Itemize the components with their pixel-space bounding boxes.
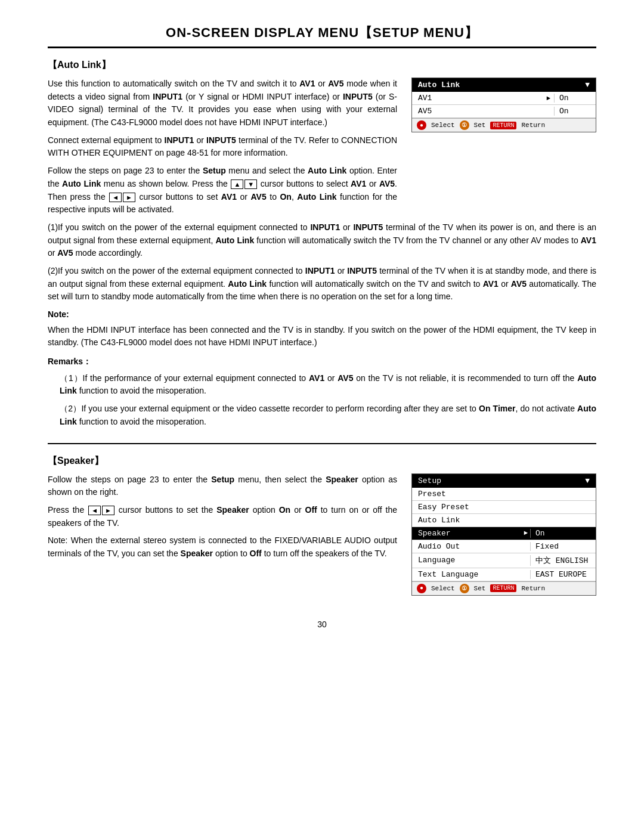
page-number: 30 [48, 620, 596, 629]
auto-link-menu-arrow: ▼ [585, 80, 590, 89]
auto-link-menu-header: Auto Link ▼ [412, 78, 596, 92]
auto-link-para5: (2)If you switch on the power of the ext… [48, 265, 596, 304]
auto-link-heading: 【Auto Link】 [48, 59, 596, 72]
auto-link-setup-row: Auto Link [412, 514, 596, 527]
return-btn: RETURN [490, 122, 516, 129]
auto-link-av5-row: AV5 On [412, 105, 596, 118]
speaker-menu-title: Setup [418, 476, 441, 485]
auto-link-setup-label: Auto Link [418, 516, 530, 525]
speaker-text: Follow the steps on page 23 to enter the… [48, 473, 397, 565]
auto-link-para3: Follow the steps on page 23 to enter the… [48, 165, 397, 216]
language-value: 中文 ENGLISH [530, 555, 590, 566]
speaker-para3: Note: When the external stereo system is… [48, 534, 397, 560]
speaker-return-label: Return [521, 585, 545, 592]
remark-1: （1）If the performance of your external e… [60, 372, 596, 398]
speaker-menu-box: Setup ▼ Preset Easy Preset Auto Link Spe… [411, 473, 596, 596]
speaker-select-label: Select [431, 585, 455, 592]
speaker-setup-row: Speaker ► On [412, 527, 596, 540]
speaker-setup-arrow: ► [524, 529, 528, 537]
speaker-setup-value: On [530, 529, 590, 538]
audio-out-row: Audio Out Fixed [412, 540, 596, 553]
speaker-para1: Follow the steps on page 23 to enter the… [48, 473, 397, 499]
speaker-content: Follow the steps on page 23 to enter the… [48, 473, 596, 596]
text-language-row: Text Language EAST EUROPE [412, 568, 596, 581]
speaker-para2: Press the ◄► cursor buttons to set the S… [48, 504, 397, 529]
auto-link-section: 【Auto Link】 Use this function to automat… [48, 59, 596, 429]
auto-link-para4: (1)If you switch on the power of the ext… [48, 221, 596, 260]
text-language-value: EAST EUROPE [530, 570, 590, 579]
language-label: Language [418, 556, 530, 565]
easy-preset-label: Easy Preset [418, 503, 530, 512]
speaker-menu-footer: ● Select ① Set RETURN Return [412, 581, 596, 595]
return-label: Return [521, 122, 545, 129]
select-label: Select [431, 122, 455, 129]
av1-value: On [554, 94, 590, 103]
section-divider [48, 443, 596, 444]
auto-link-menu-box: Auto Link ▼ AV1 ► On AV5 On ● Select ① [411, 78, 596, 132]
remarks-list: （1）If the performance of your external e… [48, 372, 596, 429]
auto-link-menu-title: Auto Link [418, 80, 460, 89]
note-label: Note: [48, 308, 596, 321]
remarks-label: Remarks： [48, 355, 596, 368]
auto-link-text: Use this function to automatically switc… [48, 78, 397, 221]
av1-arrow: ► [546, 95, 550, 102]
audio-out-value: Fixed [530, 542, 590, 551]
auto-link-para2: Connect external equipment to INPUT1 or … [48, 134, 397, 160]
av5-value: On [554, 107, 590, 116]
av1-label: AV1 [418, 94, 546, 103]
speaker-menu-header: Setup ▼ [412, 474, 596, 488]
speaker-section: 【Speaker】 Follow the steps on page 23 to… [48, 455, 596, 596]
speaker-select-icon: ● [417, 584, 426, 593]
set-label: Set [474, 122, 486, 129]
note-text: When the HDMI INPUT interface has been c… [48, 324, 596, 349]
text-language-label: Text Language [418, 570, 530, 579]
remark-2: （2）If you use your external equipment or… [60, 402, 596, 428]
speaker-return-btn: RETURN [490, 584, 516, 592]
set-icon: ① [460, 120, 469, 130]
av5-label: AV5 [418, 107, 550, 116]
audio-out-label: Audio Out [418, 542, 530, 551]
easy-preset-row: Easy Preset [412, 501, 596, 514]
speaker-menu-arrow: ▼ [585, 476, 590, 485]
speaker-setup-label: Speaker [418, 529, 521, 538]
speaker-set-icon: ① [460, 584, 469, 593]
auto-link-para1: Use this function to automatically switc… [48, 78, 397, 129]
select-icon: ● [417, 120, 426, 130]
language-row: Language 中文 ENGLISH [412, 553, 596, 568]
preset-label: Preset [418, 490, 530, 498]
speaker-heading: 【Speaker】 [48, 455, 596, 467]
speaker-menu: Setup ▼ Preset Easy Preset Auto Link Spe… [411, 473, 596, 596]
auto-link-content: Use this function to automatically switc… [48, 78, 596, 221]
auto-link-menu: Auto Link ▼ AV1 ► On AV5 On ● Select ① [411, 78, 596, 132]
auto-link-av1-row: AV1 ► On [412, 92, 596, 105]
page-title: ON-SCREEN DISPLAY MENU【SETUP MENU】 [48, 24, 596, 48]
preset-row: Preset [412, 488, 596, 501]
speaker-set-label: Set [474, 585, 486, 592]
auto-link-menu-footer: ● Select ① Set RETURN Return [412, 118, 596, 132]
